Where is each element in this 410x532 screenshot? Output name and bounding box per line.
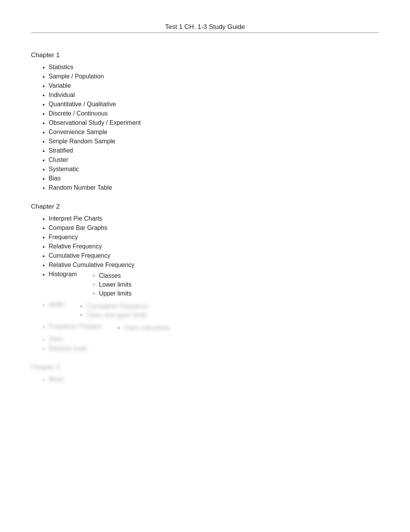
sub-list-item: Classes — [92, 272, 132, 279]
list-item: Relative Cumulative Frequency — [42, 262, 379, 269]
histogram-sublist: Classes Lower limits Upper limits — [92, 272, 132, 299]
list-item: Frequency — [42, 234, 379, 241]
list-item-blurred: Width Cumulative Frequency Class and upp… — [42, 301, 379, 321]
sub-list-item-blurred: Class and upper limits — [80, 312, 148, 319]
sub-list-item: Lower limits — [92, 281, 132, 288]
list-item: Stratified — [42, 147, 379, 154]
list-item-histogram: Histogram Classes Lower limits Upper lim… — [42, 271, 379, 299]
sub-list-item-blurred: Class mid-points — [117, 325, 170, 331]
list-item: Quantitative / Qualitative — [42, 101, 379, 108]
list-item: Simple Random Sample — [42, 138, 379, 145]
chapter3-list: Mean — [42, 376, 379, 383]
list-item-blurred: Relative scale — [42, 345, 379, 352]
list-item: Sample / Population — [42, 73, 379, 80]
list-item: Cumulative Frequency — [42, 252, 379, 259]
list-item: Random Number Table — [42, 184, 379, 191]
list-item-blurred: Stem — [42, 336, 379, 343]
list-item: Statistics — [42, 64, 379, 71]
list-item: Individual — [42, 92, 379, 99]
list-item: Variable — [42, 82, 379, 89]
list-item: Interpret Pie Charts — [42, 215, 379, 222]
chapter2-heading: Chapter 2 — [31, 203, 379, 211]
chapter1-section: Chapter 1 Statistics Sample / Population… — [31, 51, 379, 191]
page-title-text: Test 1 CH. 1-3 Study Guide — [165, 23, 245, 31]
blurred-sublist2: Class mid-points — [117, 325, 170, 333]
chapter2-section: Chapter 2 Interpret Pie Charts Compare B… — [31, 203, 379, 352]
list-item: Discrete / Continuous — [42, 110, 379, 117]
sub-list-item: Upper limits — [92, 290, 132, 297]
list-item: Cluster — [42, 156, 379, 163]
list-item: Compare Bar Graphs — [42, 224, 379, 231]
chapter1-list: Statistics Sample / Population Variable … — [42, 64, 379, 191]
sub-list-item-blurred: Cumulative Frequency — [80, 303, 148, 310]
chapter3-section: Chapter 3 Mean — [31, 364, 379, 383]
blurred-sublist1: Cumulative Frequency Class and upper lim… — [80, 303, 148, 321]
list-item: Relative Frequency — [42, 243, 379, 250]
page-container: Test 1 CH. 1-3 Study Guide Chapter 1 Sta… — [31, 23, 379, 383]
list-item: Systematic — [42, 166, 379, 173]
list-item-blurred: Frequency Polygon Class mid-points — [42, 323, 379, 333]
chapter2-list: Interpret Pie Charts Compare Bar Graphs … — [42, 215, 379, 352]
list-item: Observational Study / Experiment — [42, 119, 379, 126]
list-item: Bias — [42, 175, 379, 182]
chapter3-heading: Chapter 3 — [31, 364, 379, 371]
chapter1-heading: Chapter 1 — [31, 51, 379, 59]
page-title: Test 1 CH. 1-3 Study Guide — [31, 23, 379, 33]
list-item-blurred: Mean — [42, 376, 379, 383]
list-item: Convenience Sample — [42, 129, 379, 136]
